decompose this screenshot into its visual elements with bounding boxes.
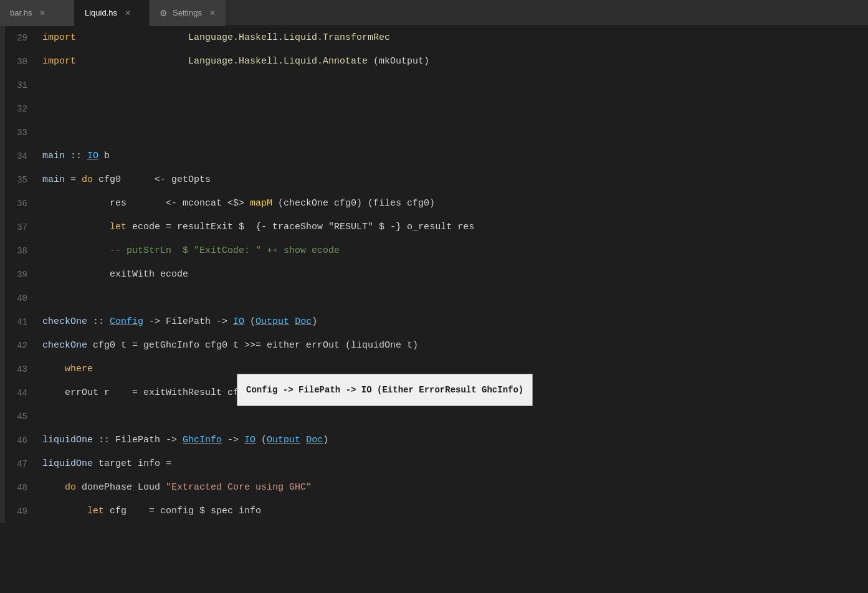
code-line-46: 46 liquidOne :: FilePath -> GhcInfo -> I…: [0, 429, 868, 452]
tab-close-liquid[interactable]: ✕: [125, 9, 131, 17]
line-content-46: liquidOne :: FilePath -> GhcInfo -> IO (…: [37, 429, 868, 452]
code-line-35: 35 main = do cfg0 <- getOpts: [0, 168, 868, 192]
code-line-40: 40: [0, 287, 868, 310]
code-editor: 29 import Language.Haskell.Liquid.Transf…: [0, 26, 868, 523]
line-content-34: main :: IO b: [37, 145, 868, 168]
line-number-45: 45: [0, 405, 37, 429]
editor-window: bar.hs ✕ Liquid.hs ✕ ⚙ Settings ✕ 29 imp…: [0, 0, 868, 523]
code-line-48: 48 do donePhase Loud "Extracted Core usi…: [0, 476, 868, 500]
line-content-42: checkOne cfg0 t = getGhcInfo cfg0 t >>= …: [37, 334, 868, 358]
line-content-44: errOut r = exitWithResult cfg0 t $ mempt…: [37, 381, 868, 405]
tab-close-settings[interactable]: ✕: [209, 9, 216, 17]
tab-close-bar[interactable]: ✕: [39, 9, 45, 17]
line-number-31: 31: [0, 74, 37, 97]
line-content-30: import Language.Haskell.Liquid.Annotate …: [37, 50, 868, 74]
gear-icon: ⚙: [160, 8, 168, 18]
tab-settings[interactable]: ⚙ Settings ✕: [150, 0, 226, 26]
line-content-35: main = do cfg0 <- getOpts: [37, 168, 868, 192]
code-line-39: 39 exitWith ecode: [0, 263, 868, 287]
line-number-32: 32: [0, 97, 37, 121]
line-number-38: 38: [0, 239, 37, 263]
line-number-34: 34: [0, 145, 37, 168]
code-line-38: 38 -- putStrLn $ "ExitCode: " ++ show ec…: [0, 239, 868, 263]
code-line-37: 37 let ecode = resultExit $ {- traceShow…: [0, 216, 868, 239]
code-line-31: 31: [0, 74, 868, 97]
tab-label-liquid: Liquid.hs: [85, 8, 117, 17]
line-content-47: liquidOne target info =: [37, 452, 868, 476]
line-number-48: 48: [0, 476, 37, 500]
code-line-41: 41 checkOne :: Config -> FilePath -> IO …: [0, 310, 868, 334]
tab-liquid-hs[interactable]: Liquid.hs ✕: [75, 0, 150, 26]
line-number-29: 29: [0, 26, 37, 50]
code-line-30: 30 import Language.Haskell.Liquid.Annota…: [0, 50, 868, 74]
code-line-44: 44 errOut r = exitWithResult cfg0 t $ me…: [0, 381, 868, 405]
code-line-45: 45: [0, 405, 868, 429]
code-line-43: 43 where Config -> FilePath -> IO (Eithe…: [0, 358, 868, 381]
line-number-40: 40: [0, 287, 37, 310]
line-content-43: where: [37, 358, 868, 381]
line-number-46: 46: [0, 429, 37, 452]
code-line-34: 34 main :: IO b: [0, 145, 868, 168]
code-line-49: 49 let cfg = config $ spec info: [0, 500, 868, 523]
line-number-37: 37: [0, 216, 37, 239]
code-line-42: 42 checkOne cfg0 t = getGhcInfo cfg0 t >…: [0, 334, 868, 358]
line-number-35: 35: [0, 168, 37, 192]
code-line-36: 36 res <- mconcat <$> mapM (checkOne cfg…: [0, 192, 868, 216]
code-line-33: 33: [0, 121, 868, 145]
line-content-39: exitWith ecode: [37, 263, 868, 287]
tab-label-bar: bar.hs: [10, 8, 32, 17]
line-content-41: checkOne :: Config -> FilePath -> IO (Ou…: [37, 310, 868, 334]
tab-bar: bar.hs ✕ Liquid.hs ✕ ⚙ Settings ✕: [0, 0, 868, 26]
line-number-43: 43: [0, 358, 37, 381]
left-gutter: [0, 26, 5, 523]
line-number-42: 42: [0, 334, 37, 358]
line-content-37: let ecode = resultExit $ {- traceShow "R…: [37, 216, 868, 239]
code-line-47: 47 liquidOne target info =: [0, 452, 868, 476]
line-number-44: 44: [0, 381, 37, 405]
line-number-49: 49: [0, 500, 37, 523]
line-content-38: -- putStrLn $ "ExitCode: " ++ show ecode: [37, 239, 868, 263]
line-number-30: 30: [0, 50, 37, 74]
code-line-29: 29 import Language.Haskell.Liquid.Transf…: [0, 26, 868, 50]
tab-bar-hs[interactable]: bar.hs ✕: [0, 0, 75, 26]
line-content-48: do donePhase Loud "Extracted Core using …: [37, 476, 868, 500]
line-number-41: 41: [0, 310, 37, 334]
line-content-49: let cfg = config $ spec info: [37, 500, 868, 523]
line-number-33: 33: [0, 121, 37, 145]
code-line-32: 32: [0, 97, 868, 121]
line-number-39: 39: [0, 263, 37, 287]
line-content-29: import Language.Haskell.Liquid.Transform…: [37, 26, 868, 50]
tab-label-settings: Settings: [173, 8, 202, 17]
line-number-47: 47: [0, 452, 37, 476]
line-content-36: res <- mconcat <$> mapM (checkOne cfg0) …: [37, 192, 868, 216]
line-number-36: 36: [0, 192, 37, 216]
